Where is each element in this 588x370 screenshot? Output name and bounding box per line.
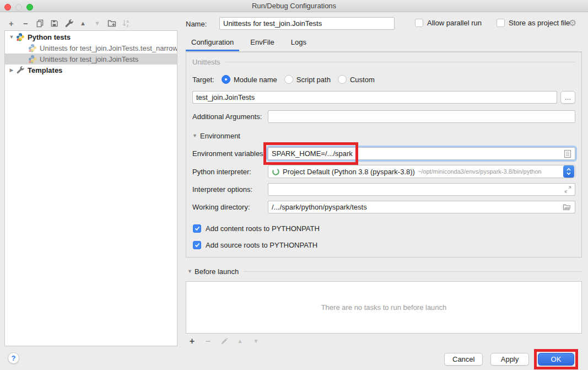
zoom-window-button[interactable] [26,4,33,10]
remove-configuration-button[interactable]: − [21,19,30,28]
move-task-down-button[interactable]: ▼ [251,336,261,346]
folder-icon[interactable] [563,203,571,211]
chevron-down-icon[interactable]: ▼ [192,133,200,138]
before-launch-header[interactable]: ▼ Before launch [186,266,582,276]
checkbox-unchecked[interactable] [415,19,423,27]
cancel-button[interactable]: Cancel [444,353,483,366]
environment-variables-value: SPARK_HOME=/.../spark [272,149,562,158]
additional-arguments-field[interactable] [268,110,575,123]
checkbox-checked[interactable] [193,224,201,233]
tab-logs[interactable]: Logs [285,38,312,51]
chevron-down-icon[interactable]: ▼ [186,269,195,274]
minimize-window-button [15,4,22,10]
checkbox-checked[interactable] [193,241,201,249]
tree-item-jointests-selected[interactable]: Unittests for test_join.JoinTests [5,53,177,65]
tree-item-label: Unittests for test_join.JoinTests.test_n… [40,44,177,52]
environment-section-header[interactable]: ▼ Environment [192,131,575,141]
create-folder-icon[interactable] [107,19,116,28]
target-row: Target: Module name Script path Custom [192,73,575,85]
add-configuration-button[interactable]: + [7,19,16,28]
tree-group-templates[interactable]: ▶ Templates [5,65,177,76]
python-interpreter-row: Python interpreter: Project Default (Pyt… [192,165,575,178]
tab-envfile[interactable]: EnvFile [245,38,279,51]
python-interpreter-label: Python interpreter: [192,168,268,176]
unittests-group-header: Unittests [192,57,575,67]
tree-item-label: Unittests for test_join.JoinTests [40,55,138,63]
radio-script-path[interactable]: Script path [284,75,331,84]
working-directory-label: Working directory: [192,203,268,211]
conda-environment-icon [272,168,280,176]
expand-field-icon[interactable] [564,186,571,193]
additional-arguments-label: Additional Arguments: [192,112,268,121]
chevron-down-icon[interactable]: ▼ [8,34,15,40]
sort-configurations-icon[interactable]: az [121,19,131,28]
edit-variables-list-icon[interactable] [564,149,571,158]
move-down-button[interactable]: ▼ [93,19,102,28]
before-launch-title: Before launch [195,267,239,276]
store-as-project-file-label: Store as project file [509,19,570,27]
edit-templates-wrench-icon[interactable] [64,19,73,28]
svg-text:z: z [126,24,128,28]
combo-stepper-icon[interactable] [563,165,574,178]
source-roots-label: Add source roots to PYTHONPATH [206,241,317,249]
copy-configuration-icon[interactable] [35,19,45,28]
move-task-up-button[interactable]: ▲ [235,336,245,346]
before-launch-task-list: There are no tasks to run before launch [186,281,582,334]
move-up-button[interactable]: ▲ [78,19,88,28]
python-tests-icon [16,33,25,41]
chevron-right-icon[interactable]: ▶ [8,67,15,73]
radio-module-name[interactable]: Module name [222,75,277,84]
environment-variables-field[interactable]: SPARK_HOME=/.../spark [268,147,575,160]
python-interpreter-value: Project Default (Python 3.8 (pyspark-3.8… [283,168,415,176]
tree-group-python-tests[interactable]: ▼ Python tests [5,31,177,42]
content-roots-checkbox-row[interactable]: Add content roots to PYTHONPATH [193,223,575,234]
module-name-field[interactable]: test_join.JoinTests [192,91,557,104]
working-directory-row: Working directory: /.../spark/python/pys… [192,201,575,213]
checkbox-unchecked[interactable] [497,19,505,27]
environment-variables-label: Environment variables: [192,149,268,158]
radio-script-path-label: Script path [296,76,331,84]
edit-task-pencil-icon[interactable] [219,336,229,346]
tab-configuration[interactable]: Configuration [186,38,239,51]
close-window-button[interactable] [4,4,11,10]
remove-task-button[interactable]: − [203,336,213,346]
title-bar: Run/Debug Configurations [0,0,588,12]
additional-arguments-row: Additional Arguments: [192,110,575,123]
annotation-ok-red-box: OK [534,349,578,369]
svg-text:a: a [126,19,128,23]
ok-button[interactable]: OK [538,353,574,366]
allow-parallel-run-label: Allow parallel run [427,19,482,27]
environment-section-title: Environment [200,132,240,140]
target-label: Target: [192,76,222,84]
radio-selected-icon[interactable] [222,75,230,84]
help-button[interactable]: ? [8,352,19,364]
tree-item-test-narrow[interactable]: Unittests for test_join.JoinTests.test_n… [5,42,177,53]
allow-parallel-run-checkbox[interactable]: Allow parallel run [415,19,482,27]
python-interpreter-combo[interactable]: Project Default (Python 3.8 (pyspark-3.8… [268,165,575,178]
radio-unselected-icon[interactable] [338,75,347,84]
divider [244,271,582,272]
environment-variables-field-wrap: SPARK_HOME=/.../spark [268,147,575,160]
unittests-group-title: Unittests [192,58,220,66]
radio-unselected-icon[interactable] [284,75,293,84]
browse-module-button[interactable]: … [560,91,575,104]
name-input[interactable] [219,17,395,30]
python-test-config-icon [28,55,37,63]
source-roots-checkbox-row[interactable]: Add source roots to PYTHONPATH [193,239,575,250]
environment-variables-row: Environment variables: SPARK_HOME=/.../s… [192,147,575,160]
working-directory-value: /.../spark/python/pyspark/tests [272,203,560,211]
interpreter-options-field[interactable] [268,183,575,196]
add-task-button[interactable]: + [187,336,197,346]
working-directory-field[interactable]: /.../spark/python/pyspark/tests [268,201,575,213]
radio-custom[interactable]: Custom [338,75,375,84]
window-title: Run/Debug Configurations [252,2,336,10]
radio-module-name-label: Module name [234,76,277,84]
gear-icon[interactable]: ⚙ [567,17,578,28]
save-configuration-icon[interactable] [50,19,59,28]
module-name-value: test_join.JoinTests [196,93,553,101]
configuration-panel: Unittests Target: Module name Script pat… [186,52,582,258]
content-roots-label: Add content roots to PYTHONPATH [206,224,320,233]
store-as-project-file-checkbox[interactable]: Store as project file [497,19,570,27]
tab-bar: Configuration EnvFile Logs [186,35,582,52]
apply-button[interactable]: Apply [490,353,529,366]
